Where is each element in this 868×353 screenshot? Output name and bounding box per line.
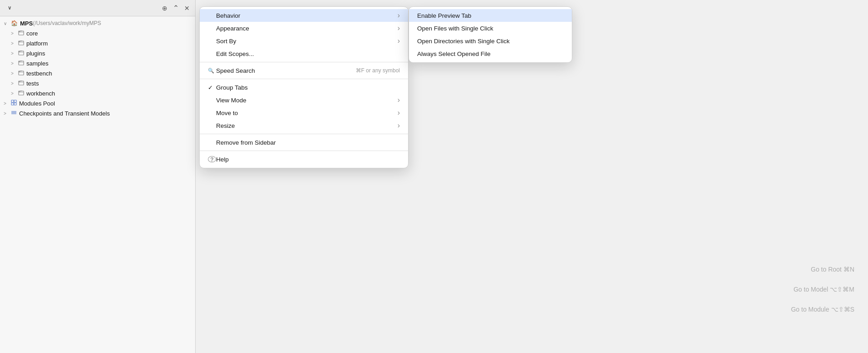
menu-item-move_to[interactable]: Move to›: [200, 106, 408, 119]
arrows-icon[interactable]: ⌃: [172, 3, 180, 13]
menu-item-resize[interactable]: Resize›: [200, 119, 408, 132]
search-icon: 🔍: [208, 68, 216, 74]
checkmark-icon: ✓: [208, 84, 216, 91]
sidebar-title[interactable]: ∨: [5, 5, 11, 11]
tree-item-label: MPS: [20, 20, 33, 27]
right-hints: Go to Root ⌘NGo to Model ⌥⇧⌘MGo to Modul…: [791, 266, 854, 326]
submenu-arrow-icon: ›: [398, 121, 400, 130]
submenu-item-label: Always Select Opened File: [417, 50, 564, 57]
menu-item-group_tabs[interactable]: ✓Group Tabs: [200, 81, 408, 94]
hint-item: Go to Model ⌥⇧⌘M: [791, 286, 854, 293]
menu-item-label: Appearance: [216, 25, 398, 32]
tree-item[interactable]: >Checkpoints and Transient Models: [0, 108, 195, 118]
tree-item[interactable]: ∨🏠MPS (/Users/vaclav/work/myMPS: [0, 18, 195, 28]
folder-icon: [11, 100, 17, 107]
header-icons: ⊕ ⌃ ✕: [161, 3, 191, 13]
tree-item-label: samples: [26, 60, 48, 67]
svg-rect-7: [11, 100, 14, 102]
tree-item-label: tests: [26, 80, 39, 87]
menu-item-sort_by[interactable]: Sort By›: [200, 35, 408, 47]
folder-icon: [18, 70, 24, 77]
folder-icon: [18, 30, 24, 37]
menu-item-label: Sort By: [216, 38, 398, 45]
tree-area: ∨🏠MPS (/Users/vaclav/work/myMPS>core>pla…: [0, 16, 195, 120]
tree-item-label: core: [26, 30, 38, 37]
menu-item-edit_scopes[interactable]: Edit Scopes...: [200, 47, 408, 60]
tree-item-label: plugins: [26, 50, 45, 57]
tree-arrow-icon: >: [4, 111, 9, 116]
menu-item-label: Remove from Sidebar: [216, 139, 400, 146]
context-menu: Behavior›Appearance›Sort By›Edit Scopes.…: [199, 6, 409, 168]
menu-item-label: Resize: [216, 122, 398, 129]
menu-item-appearance[interactable]: Appearance›: [200, 22, 408, 35]
tree-arrow-icon: >: [11, 91, 16, 96]
chevron-down-icon: ∨: [8, 5, 11, 11]
tree-arrow-icon: >: [11, 81, 16, 86]
tree-arrow-icon: >: [11, 51, 16, 56]
menu-item-help[interactable]: ?Help: [200, 153, 408, 166]
tree-item[interactable]: >workbench: [0, 88, 195, 98]
submenu-arrow-icon: ›: [398, 109, 400, 117]
menu-item-view_mode[interactable]: View Mode›: [200, 94, 408, 106]
menu-item-label: Group Tabs: [216, 84, 400, 91]
submenu-item-always_select[interactable]: Always Select Opened File: [409, 47, 572, 60]
tree-item-label: workbench: [26, 90, 55, 97]
hint-item: Go to Root ⌘N: [791, 266, 854, 273]
menu-item-remove_sidebar[interactable]: Remove from Sidebar: [200, 136, 408, 149]
tree-item[interactable]: >plugins: [0, 48, 195, 58]
hint-item: Go to Module ⌥⇧⌘S: [791, 306, 854, 313]
tree-arrow-icon: >: [11, 31, 16, 36]
svg-rect-10: [14, 103, 16, 105]
menu-divider: [200, 134, 408, 134]
tree-arrow-icon: >: [11, 61, 16, 66]
submenu-arrow-icon: ›: [398, 24, 400, 32]
folder-icon: [18, 80, 24, 87]
sidebar-header: ∨ ⊕ ⌃ ✕: [0, 0, 195, 16]
sidebar: ∨ ⊕ ⌃ ✕ ∨🏠MPS (/Users/vaclav/work/myMPS>…: [0, 0, 196, 353]
folder-icon: [18, 90, 24, 97]
add-icon[interactable]: ⊕: [161, 4, 168, 13]
submenu-arrow-icon: ›: [398, 11, 400, 20]
tree-arrow-icon: >: [11, 71, 16, 76]
submenu: Enable Preview TabOpen Files with Single…: [409, 6, 572, 63]
help-icon: ?: [208, 156, 216, 162]
tree-item[interactable]: >core: [0, 28, 195, 38]
menu-divider: [200, 151, 408, 151]
folder-icon: 🏠: [11, 20, 18, 26]
svg-rect-8: [14, 100, 16, 102]
menu-item-speed_search[interactable]: 🔍Speed Search⌘F or any symbol: [200, 64, 408, 77]
tree-item[interactable]: >Modules Pool: [0, 98, 195, 108]
tree-arrow-icon: ∨: [4, 21, 9, 26]
tree-item-label: Checkpoints and Transient Models: [19, 110, 110, 117]
tree-item-label: testbench: [26, 70, 52, 77]
folder-icon: [11, 110, 17, 117]
close-icon[interactable]: ✕: [183, 4, 191, 13]
folder-icon: [18, 40, 24, 47]
tree-item-label: Modules Pool: [19, 100, 55, 107]
tree-item[interactable]: >testbench: [0, 68, 195, 78]
menu-item-label: Edit Scopes...: [216, 50, 400, 57]
folder-icon: [18, 60, 24, 67]
menu-divider: [200, 79, 408, 79]
tree-item-label: platform: [26, 40, 48, 47]
tree-item[interactable]: >platform: [0, 38, 195, 48]
menu-item-label: Behavior: [216, 12, 398, 19]
submenu-item-open_dirs_single[interactable]: Open Directories with Single Click: [409, 35, 572, 47]
menu-item-behavior[interactable]: Behavior›: [200, 9, 408, 22]
submenu-item-open_files_single[interactable]: Open Files with Single Click: [409, 22, 572, 35]
submenu-item-enable_preview_tab[interactable]: Enable Preview Tab: [409, 9, 572, 22]
svg-rect-9: [11, 103, 14, 105]
submenu-item-label: Enable Preview Tab: [417, 12, 564, 19]
tree-item[interactable]: >tests: [0, 78, 195, 88]
menu-item-label: Speed Search: [216, 67, 347, 74]
menu-item-label: Help: [216, 156, 400, 163]
tree-arrow-icon: >: [11, 41, 16, 46]
menu-item-label: View Mode: [216, 97, 398, 104]
tree-item[interactable]: >samples: [0, 58, 195, 68]
submenu-arrow-icon: ›: [398, 96, 400, 104]
folder-icon: [18, 50, 24, 57]
menu-divider: [200, 62, 408, 62]
submenu-arrow-icon: ›: [398, 37, 400, 45]
menu-item-shortcut: ⌘F or any symbol: [356, 67, 400, 74]
submenu-item-label: Open Files with Single Click: [417, 25, 564, 32]
